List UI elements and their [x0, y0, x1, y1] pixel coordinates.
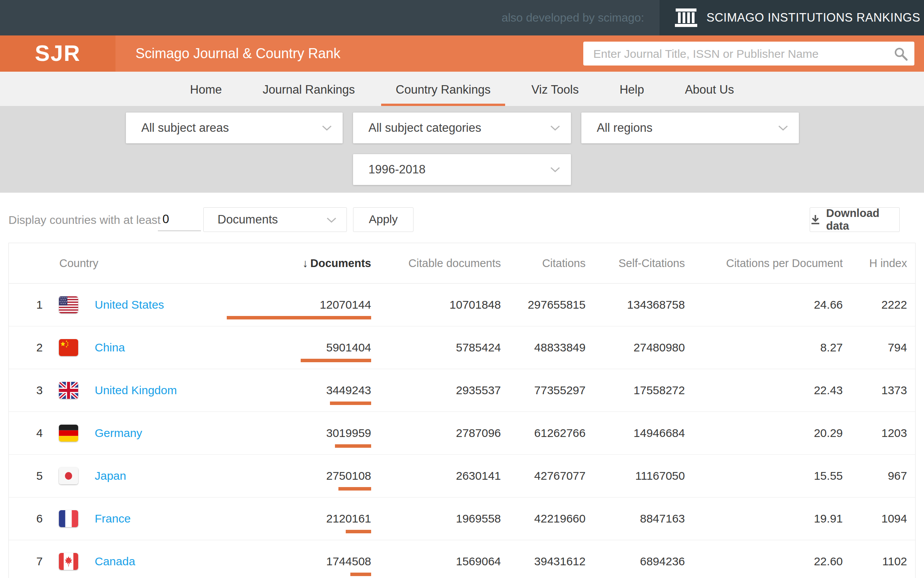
search-input[interactable]	[593, 43, 887, 65]
country-link[interactable]: France	[95, 497, 131, 540]
institution-columns-icon	[674, 7, 698, 29]
country-link[interactable]: China	[95, 326, 125, 369]
metric-dropdown[interactable]: Documents	[203, 207, 347, 232]
documents-value: 1744508	[326, 540, 371, 578]
chevron-down-icon	[550, 167, 560, 173]
col-header-h-index[interactable]: H index	[869, 243, 907, 283]
citations-per-document-value: 15.55	[814, 455, 843, 497]
country-link[interactable]: Japan	[95, 455, 126, 497]
flag-japan-icon	[59, 467, 78, 484]
region-dropdown[interactable]: All regions	[581, 113, 799, 143]
country-link[interactable]: United Kingdom	[95, 369, 177, 412]
documents-value: 2750108	[326, 455, 371, 497]
documents-bar	[335, 444, 371, 448]
subject-category-dropdown[interactable]: All subject categories	[353, 113, 571, 143]
region-value: All regions	[597, 113, 799, 143]
country-link[interactable]: United States	[95, 284, 164, 326]
citations-per-document-value: 8.27	[820, 326, 843, 369]
country-link[interactable]: Canada	[95, 540, 135, 578]
table-row: 5 Japan 2750108 2630141 42767077 1116705…	[9, 455, 915, 497]
citable-documents-value: 2630141	[456, 455, 501, 497]
rank: 2	[23, 326, 43, 369]
download-data-button[interactable]: Download data	[810, 207, 900, 232]
tagline-text: also developed by scimago:	[502, 0, 644, 35]
tab-help[interactable]: Help	[605, 72, 659, 106]
top-bar: also developed by scimago: SCIMAGO INSTI…	[0, 0, 924, 35]
sir-link[interactable]: SCIMAGO INSTITUTIONS RANKINGS	[660, 0, 924, 35]
table-row: 7 Canada 1744508 1569064 39431612 689423…	[9, 540, 915, 578]
subject-area-dropdown[interactable]: All subject areas	[126, 113, 343, 143]
col-header-country[interactable]: Country	[59, 243, 99, 283]
rank: 5	[23, 455, 43, 497]
flag-united-states-icon	[59, 296, 78, 313]
documents-bar	[227, 316, 371, 319]
tab-journal-rankings[interactable]: Journal Rankings	[248, 72, 370, 106]
table-row: 2 China 5901404 5785424 48833849 2748098…	[9, 326, 915, 369]
self-citations-value: 11167050	[635, 455, 685, 497]
download-icon	[810, 214, 821, 225]
citable-documents-value: 5785424	[456, 326, 501, 369]
apply-button[interactable]: Apply	[353, 207, 413, 232]
min-documents-label: Display countries with at least	[8, 213, 161, 227]
rank: 1	[23, 284, 43, 326]
documents-bar	[301, 359, 371, 362]
flag-canada-icon	[59, 553, 78, 570]
citations-value: 77355297	[534, 369, 586, 412]
citations-per-document-value: 19.91	[814, 497, 843, 540]
country-link[interactable]: Germany	[95, 412, 142, 454]
min-documents-input[interactable]	[158, 208, 201, 231]
h-index-value: 2222	[881, 284, 907, 326]
col-header-citations-per-document[interactable]: Citations per Document	[726, 243, 843, 283]
documents-value: 5901404	[326, 326, 371, 369]
h-index-value: 794	[888, 326, 907, 369]
citations-value: 39431612	[534, 540, 586, 578]
tab-home[interactable]: Home	[176, 72, 237, 106]
col-header-self-citations[interactable]: Self-Citations	[619, 243, 685, 283]
sjr-logo[interactable]: SJR	[0, 35, 116, 72]
citations-per-document-value: 24.66	[814, 284, 843, 326]
h-index-value: 967	[888, 455, 907, 497]
tab-country-rankings[interactable]: Country Rankings	[381, 72, 505, 106]
citations-value: 42219660	[534, 497, 586, 540]
sir-label: SCIMAGO INSTITUTIONS RANKINGS	[706, 11, 920, 25]
rank: 7	[23, 540, 43, 578]
header-banner: SJR Scimago Journal & Country Rank	[0, 35, 924, 72]
rank: 3	[23, 369, 43, 412]
rank: 6	[23, 497, 43, 540]
chevron-down-icon	[326, 217, 336, 223]
citable-documents-value: 2787096	[456, 412, 501, 454]
h-index-value: 1373	[881, 369, 907, 412]
h-index-value: 1102	[882, 540, 907, 578]
flag-united-kingdom-icon	[59, 382, 78, 399]
citations-value: 42767077	[534, 455, 586, 497]
self-citations-value: 17558272	[634, 369, 685, 412]
subject-category-value: All subject categories	[368, 113, 571, 143]
col-header-citable-documents[interactable]: Citable documents	[408, 243, 501, 283]
table-row: 3 United Kingdom 3449243 2935537 7735529…	[9, 369, 915, 412]
period-value: 1996-2018	[368, 154, 571, 185]
documents-value: 3449243	[326, 369, 371, 412]
flag-france-icon	[59, 510, 78, 527]
table-row: 1 United States 12070144	[9, 284, 915, 326]
chevron-down-icon	[778, 125, 788, 131]
citations-value: 48833849	[534, 326, 586, 369]
tab-viz-tools[interactable]: Viz Tools	[517, 72, 593, 106]
self-citations-value: 134368758	[627, 284, 685, 326]
search-icon[interactable]	[894, 47, 908, 61]
site-title: Scimago Journal & Country Rank	[136, 35, 340, 72]
chevron-down-icon	[322, 125, 332, 131]
col-header-documents[interactable]: ↓Documents	[303, 243, 371, 283]
period-dropdown[interactable]: 1996-2018	[353, 154, 571, 185]
search-box	[583, 42, 914, 66]
citable-documents-value: 2935537	[456, 369, 501, 412]
table-header-row: Country ↓Documents Citable documents Cit…	[9, 243, 915, 284]
tab-about-us[interactable]: About Us	[670, 72, 749, 106]
sort-desc-icon: ↓	[303, 257, 308, 269]
filters-band: All subject areas All subject categories…	[0, 106, 924, 193]
subject-area-value: All subject areas	[141, 113, 343, 143]
col-header-citations[interactable]: Citations	[542, 243, 586, 283]
h-index-value: 1094	[881, 497, 907, 540]
citations-value: 297655815	[528, 284, 586, 326]
rank: 4	[23, 412, 43, 454]
documents-bar	[338, 487, 371, 491]
